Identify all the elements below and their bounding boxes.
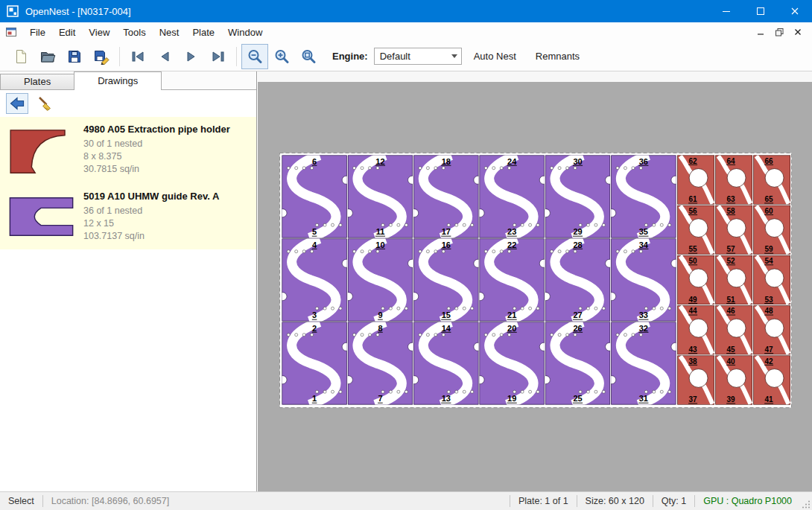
- close-button[interactable]: [778, 0, 812, 22]
- purple-part-pair[interactable]: 21: [279, 322, 350, 405]
- svg-text:18: 18: [442, 157, 451, 166]
- zoom-out-button[interactable]: [241, 44, 268, 69]
- remnants-button[interactable]: Remnants: [528, 46, 587, 66]
- tab-plates[interactable]: Plates: [0, 74, 74, 89]
- purple-part-pair[interactable]: 43: [279, 239, 350, 322]
- svg-text:29: 29: [573, 227, 582, 236]
- svg-text:51: 51: [727, 296, 736, 304]
- red-part-pair[interactable]: 5453: [753, 255, 790, 305]
- previous-arrow-icon: [156, 48, 173, 65]
- drawing-item-1[interactable]: 4980 A05 Extraction pipe holder 30 of 1 …: [0, 117, 256, 184]
- menu-view[interactable]: View: [82, 25, 116, 40]
- menu-file[interactable]: File: [23, 25, 52, 40]
- purple-part-pair[interactable]: 87: [344, 322, 416, 405]
- maximize-button[interactable]: [743, 0, 778, 22]
- import-drawing-button[interactable]: [6, 93, 28, 114]
- svg-text:61: 61: [689, 195, 698, 203]
- maximize-icon: [756, 7, 765, 16]
- tab-drawings[interactable]: Drawings: [74, 71, 162, 90]
- svg-text:27: 27: [573, 310, 582, 319]
- mdi-restore-icon: [775, 28, 784, 36]
- red-part-pair[interactable]: 4645: [715, 305, 752, 354]
- menu-nest[interactable]: Nest: [153, 25, 186, 40]
- zoom-fit-button[interactable]: [295, 44, 322, 69]
- red-part-pair[interactable]: 6463: [715, 156, 752, 205]
- svg-text:44: 44: [689, 307, 698, 315]
- drawing-size: 12 x 15: [83, 217, 219, 230]
- toolbar-separator: [119, 47, 120, 66]
- mdi-minimize-button[interactable]: [752, 25, 769, 39]
- purple-part-pair[interactable]: 65: [279, 156, 350, 238]
- window-title: OpenNest - [N0317-004]: [25, 6, 131, 17]
- purple-part-pair[interactable]: 2019: [476, 322, 548, 405]
- red-part-pair[interactable]: 5251: [715, 255, 752, 305]
- red-part-pair[interactable]: 6261: [677, 156, 714, 205]
- red-part-pair[interactable]: 5857: [715, 205, 752, 255]
- main-toolbar: Engine: Default Auto Nest Remnants: [0, 42, 812, 71]
- red-part-pair[interactable]: 4039: [715, 356, 752, 405]
- svg-text:17: 17: [442, 227, 451, 236]
- drawing-item-2[interactable]: 5019 A10 UHMW guide Rev. A 36 of 1 neste…: [0, 184, 256, 249]
- part-shape-red: [10, 130, 65, 173]
- svg-text:5: 5: [312, 227, 317, 236]
- purple-part-pair[interactable]: 2625: [542, 322, 613, 405]
- svg-text:8: 8: [378, 324, 382, 333]
- purple-part-pair[interactable]: 1211: [344, 156, 416, 238]
- zoom-in-button[interactable]: [268, 44, 295, 69]
- engine-select[interactable]: Default: [374, 48, 462, 65]
- next-plate-button[interactable]: [178, 44, 205, 69]
- zoom-in-icon: [273, 48, 290, 65]
- status-mode: Select: [0, 492, 42, 510]
- menu-plate[interactable]: Plate: [185, 25, 221, 40]
- new-button[interactable]: [7, 44, 34, 69]
- purple-part-pair[interactable]: 3635: [608, 156, 679, 238]
- plate-canvas[interactable]: 6512111817242330293635431091615222128273…: [279, 153, 792, 408]
- auto-nest-button[interactable]: Auto Nest: [466, 46, 524, 66]
- previous-plate-button[interactable]: [151, 44, 178, 69]
- svg-text:30: 30: [573, 157, 582, 166]
- red-part-pair[interactable]: 4847: [753, 305, 790, 354]
- svg-text:55: 55: [689, 245, 698, 253]
- app-icon: [7, 5, 19, 17]
- drawing-nested-count: 36 of 1 nested: [83, 205, 219, 217]
- purple-part-pair[interactable]: 109: [344, 239, 416, 322]
- purple-part-pair[interactable]: 3029: [542, 156, 613, 238]
- purple-part-pair[interactable]: 2827: [542, 239, 613, 322]
- mdi-restore-button[interactable]: [771, 25, 787, 39]
- resize-grip[interactable]: [800, 492, 812, 510]
- purple-part-pair[interactable]: 2423: [476, 156, 548, 238]
- svg-text:25: 25: [573, 394, 582, 403]
- red-part-pair[interactable]: 5655: [677, 205, 714, 255]
- panel-tabstrip: Plates Drawings: [0, 71, 256, 90]
- mdi-close-button[interactable]: [790, 25, 806, 39]
- svg-text:54: 54: [765, 257, 774, 265]
- red-part-pair[interactable]: 5049: [677, 255, 714, 305]
- menu-edit[interactable]: Edit: [52, 25, 82, 40]
- open-button[interactable]: [34, 44, 61, 69]
- red-part-pair[interactable]: 6665: [753, 156, 790, 205]
- purple-part-pair[interactable]: 3433: [608, 239, 679, 322]
- red-part-pair[interactable]: 3837: [677, 356, 714, 405]
- save-button[interactable]: [61, 44, 88, 69]
- purple-part-pair[interactable]: 1615: [410, 239, 482, 322]
- purple-part-pair[interactable]: 2221: [476, 239, 548, 322]
- last-plate-button[interactable]: [205, 44, 232, 69]
- mdi-window-controls: [752, 25, 806, 39]
- red-part-pair[interactable]: 4443: [677, 305, 714, 354]
- purple-part-pair[interactable]: 3231: [608, 322, 679, 405]
- svg-text:49: 49: [689, 296, 698, 304]
- purple-part-pair[interactable]: 1413: [410, 322, 482, 405]
- first-plate-button[interactable]: [124, 44, 151, 69]
- red-part-pair[interactable]: 4241: [753, 356, 790, 405]
- nest-viewport[interactable]: 6512111817242330293635431091615222128273…: [258, 71, 812, 491]
- minimize-button[interactable]: [709, 0, 743, 22]
- drawing-area: 30.7815 sq/in: [83, 163, 230, 176]
- save-as-button[interactable]: [88, 44, 115, 69]
- purple-part-pair[interactable]: 1817: [410, 156, 482, 238]
- clear-drawings-button[interactable]: [34, 93, 57, 114]
- menu-tools[interactable]: Tools: [116, 25, 152, 40]
- red-part-pair[interactable]: 6059: [753, 205, 790, 255]
- svg-text:15: 15: [442, 310, 451, 319]
- svg-text:31: 31: [639, 394, 648, 403]
- menu-window[interactable]: Window: [221, 25, 269, 40]
